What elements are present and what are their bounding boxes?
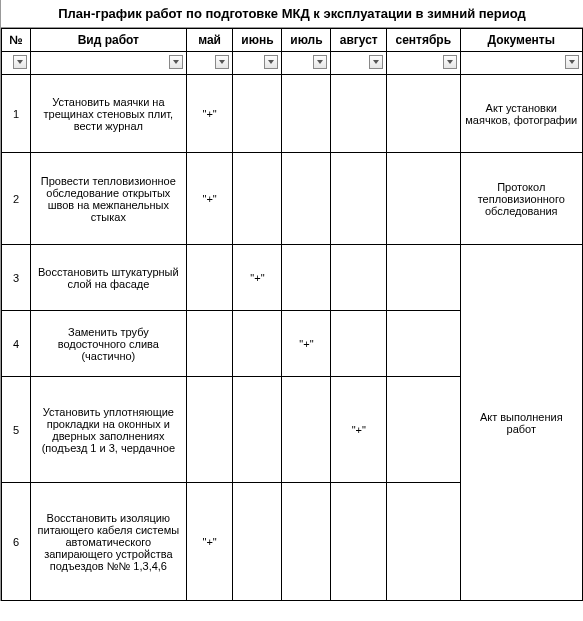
spreadsheet: План-график работ по подготовке МКД к эк… <box>0 0 583 601</box>
svg-marker-6 <box>447 60 453 64</box>
cell-work[interactable]: Установить уплотняющие прокладки на окон… <box>30 377 186 483</box>
cell-num[interactable]: 5 <box>2 377 31 483</box>
cell-sep[interactable] <box>387 75 460 153</box>
cell-jul[interactable] <box>282 377 331 483</box>
cell-num[interactable]: 4 <box>2 311 31 377</box>
filter-button[interactable] <box>313 55 327 69</box>
svg-marker-0 <box>17 60 23 64</box>
filter-button[interactable] <box>565 55 579 69</box>
svg-marker-2 <box>219 60 225 64</box>
svg-marker-4 <box>317 60 323 64</box>
filter-button[interactable] <box>13 55 27 69</box>
cell-may[interactable]: "+" <box>186 483 233 601</box>
cell-work[interactable]: Восстановить изоляцию питающего кабеля с… <box>30 483 186 601</box>
cell-aug[interactable] <box>331 483 387 601</box>
cell-aug[interactable] <box>331 153 387 245</box>
cell-jul[interactable] <box>282 75 331 153</box>
filter-button[interactable] <box>369 55 383 69</box>
cell-num[interactable]: 6 <box>2 483 31 601</box>
cell-jun[interactable] <box>233 483 282 601</box>
cell-num[interactable]: 3 <box>2 245 31 311</box>
filter-button[interactable] <box>169 55 183 69</box>
svg-marker-7 <box>569 60 575 64</box>
cell-aug[interactable] <box>331 311 387 377</box>
cell-sep[interactable] <box>387 483 460 601</box>
col-jul: июль <box>282 29 331 52</box>
table-row: 3 Восстановить штукатурный слой на фасад… <box>2 245 583 311</box>
svg-marker-1 <box>173 60 179 64</box>
cell-doc[interactable]: Протокол тепловизионного обследования <box>460 153 582 245</box>
header-row: № Вид работ май июнь июль август сентябр… <box>2 29 583 52</box>
filter-button[interactable] <box>443 55 457 69</box>
table-row: 2 Провести тепловизионное обследование о… <box>2 153 583 245</box>
col-sep: сентябрь <box>387 29 460 52</box>
cell-may[interactable]: "+" <box>186 153 233 245</box>
col-jun: июнь <box>233 29 282 52</box>
cell-jun[interactable]: "+" <box>233 245 282 311</box>
cell-work[interactable]: Установить маячки на трещинах стеновых п… <box>30 75 186 153</box>
cell-aug[interactable] <box>331 245 387 311</box>
cell-num[interactable]: 1 <box>2 75 31 153</box>
svg-marker-3 <box>268 60 274 64</box>
cell-doc[interactable]: Акт выполнения работ <box>460 245 582 601</box>
col-num: № <box>2 29 31 52</box>
filter-row <box>2 52 583 75</box>
cell-jul[interactable]: "+" <box>282 311 331 377</box>
sheet-title: План-график работ по подготовке МКД к эк… <box>1 0 583 28</box>
cell-sep[interactable] <box>387 377 460 483</box>
col-doc: Документы <box>460 29 582 52</box>
cell-aug[interactable]: "+" <box>331 377 387 483</box>
cell-work[interactable]: Провести тепловизионное обследование отк… <box>30 153 186 245</box>
filter-button[interactable] <box>264 55 278 69</box>
filter-button[interactable] <box>215 55 229 69</box>
cell-jun[interactable] <box>233 311 282 377</box>
cell-jun[interactable] <box>233 153 282 245</box>
cell-sep[interactable] <box>387 245 460 311</box>
cell-may[interactable]: "+" <box>186 75 233 153</box>
col-work: Вид работ <box>30 29 186 52</box>
cell-sep[interactable] <box>387 153 460 245</box>
cell-jun[interactable] <box>233 377 282 483</box>
cell-may[interactable] <box>186 377 233 483</box>
cell-jul[interactable] <box>282 153 331 245</box>
cell-jul[interactable] <box>282 245 331 311</box>
cell-work[interactable]: Заменить трубу водосточного слива (части… <box>30 311 186 377</box>
table-row: 1 Установить маячки на трещинах стеновых… <box>2 75 583 153</box>
cell-jun[interactable] <box>233 75 282 153</box>
col-may: май <box>186 29 233 52</box>
cell-num[interactable]: 2 <box>2 153 31 245</box>
cell-may[interactable] <box>186 311 233 377</box>
svg-marker-5 <box>373 60 379 64</box>
cell-doc[interactable]: Акт установки маячков, фотографии <box>460 75 582 153</box>
cell-may[interactable] <box>186 245 233 311</box>
schedule-table: № Вид работ май июнь июль август сентябр… <box>1 28 583 601</box>
col-aug: август <box>331 29 387 52</box>
cell-jul[interactable] <box>282 483 331 601</box>
cell-work[interactable]: Восстановить штукатурный слой на фасаде <box>30 245 186 311</box>
cell-aug[interactable] <box>331 75 387 153</box>
cell-sep[interactable] <box>387 311 460 377</box>
